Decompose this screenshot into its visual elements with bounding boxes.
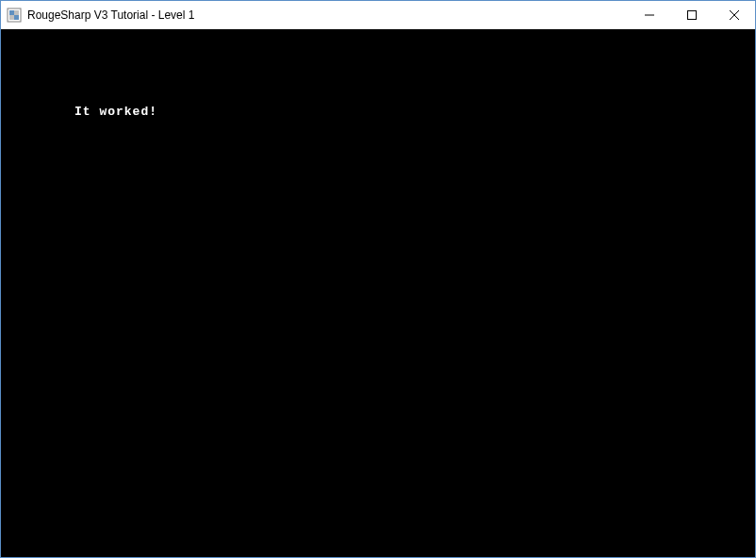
maximize-icon <box>687 10 697 20</box>
svg-rect-2 <box>9 10 14 15</box>
titlebar[interactable]: RougeSharp V3 Tutorial - Level 1 <box>1 1 755 29</box>
close-icon <box>730 10 739 20</box>
application-window: RougeSharp V3 Tutorial - Level 1 It work <box>0 0 756 558</box>
content-area: It worked! <box>1 29 755 557</box>
svg-rect-3 <box>14 15 19 20</box>
window-controls <box>628 1 755 29</box>
minimize-icon <box>645 10 654 20</box>
app-icon <box>7 8 22 23</box>
close-button[interactable] <box>713 1 755 28</box>
console-message: It worked! <box>74 105 157 119</box>
svg-rect-5 <box>687 10 696 19</box>
window-title: RougeSharp V3 Tutorial - Level 1 <box>27 8 628 22</box>
maximize-button[interactable] <box>670 1 713 28</box>
minimize-button[interactable] <box>628 1 670 28</box>
